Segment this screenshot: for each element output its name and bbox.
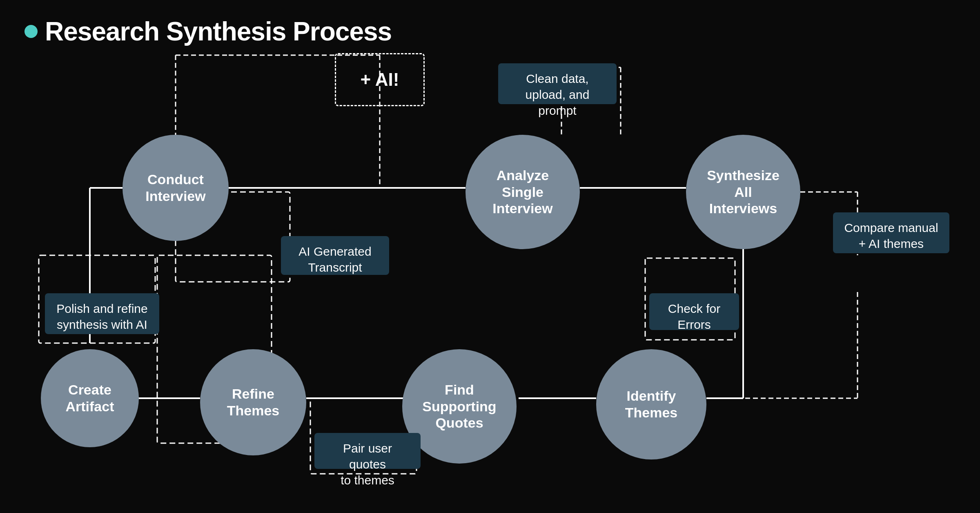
node-analyze-single-label: AnalyzeSingleInterview — [492, 167, 552, 217]
node-synthesize-all[interactable]: SynthesizeAllInterviews — [686, 135, 800, 249]
info-pair-quotes: Pair user quotesto themes — [314, 433, 421, 469]
ai-badge-box: + AI! — [335, 53, 425, 106]
info-ai-transcript-label: AI GeneratedTranscript — [298, 245, 371, 274]
node-create-artifact-label: CreateArtifact — [65, 381, 114, 415]
info-polish-refine: Polish and refinesynthesis with AI — [45, 293, 159, 334]
node-create-artifact[interactable]: CreateArtifact — [41, 349, 139, 447]
info-compare-themes-label: Compare manual+ AI themes — [844, 221, 938, 250]
node-analyze-single[interactable]: AnalyzeSingleInterview — [466, 135, 580, 249]
node-refine-themes[interactable]: RefineThemes — [200, 349, 306, 455]
ai-badge-label: + AI! — [361, 69, 399, 90]
info-ai-transcript: AI GeneratedTranscript — [281, 236, 389, 275]
info-pair-quotes-label: Pair user quotesto themes — [341, 442, 394, 487]
header: Research Synthesis Process — [24, 16, 956, 47]
node-synthesize-all-label: SynthesizeAllInterviews — [707, 167, 780, 217]
info-compare-themes: Compare manual+ AI themes — [833, 212, 949, 253]
info-clean-data: Clean data, upload, and prompt — [498, 63, 617, 104]
info-clean-data-label: Clean data, upload, and prompt — [526, 72, 590, 117]
node-conduct-interview-label: ConductInterview — [145, 171, 205, 205]
info-check-errors-label: Check forErrors — [668, 302, 720, 331]
node-conduct-interview[interactable]: ConductInterview — [122, 135, 229, 241]
node-refine-themes-label: RefineThemes — [227, 386, 280, 419]
header-dot — [24, 25, 38, 38]
node-identify-themes[interactable]: IdentifyThemes — [596, 349, 706, 459]
node-find-quotes-label: FindSupportingQuotes — [422, 381, 496, 431]
node-identify-themes-label: IdentifyThemes — [625, 388, 678, 421]
page-title: Research Synthesis Process — [45, 16, 392, 47]
page: Research Synthesis Process — [0, 0, 980, 513]
info-polish-refine-label: Polish and refinesynthesis with AI — [56, 302, 147, 331]
info-check-errors: Check forErrors — [649, 293, 739, 330]
